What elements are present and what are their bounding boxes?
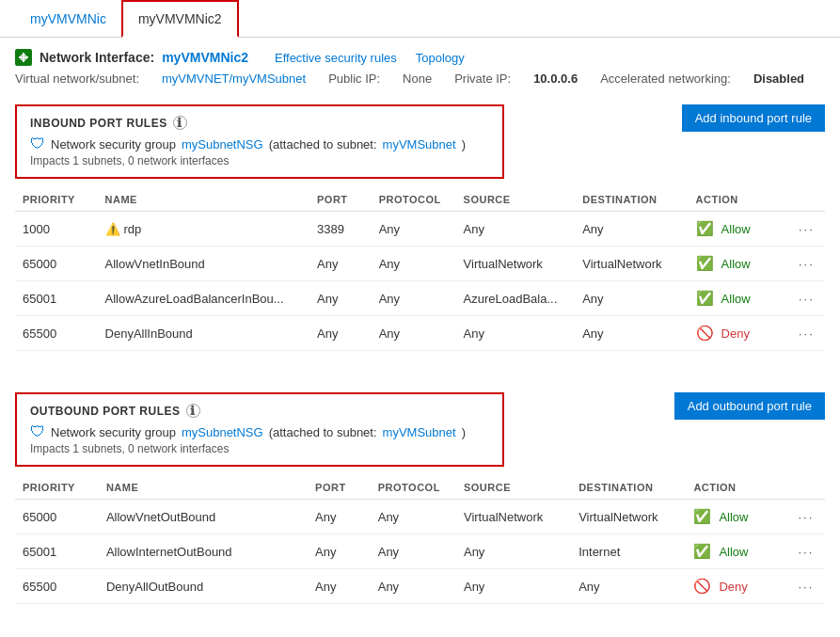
col-priority-header-out: PRIORITY xyxy=(15,474,99,500)
effective-security-rules-link[interactable]: Effective security rules xyxy=(275,51,397,65)
cell-menu[interactable]: ··· xyxy=(791,247,825,281)
table-row[interactable]: 65500 DenyAllOutBound Any Any Any Any 🚫 … xyxy=(15,569,825,604)
tab-nic2[interactable]: myVMVMNic2 xyxy=(121,0,239,38)
cell-source: Any xyxy=(456,534,571,569)
cell-priority: 65001 xyxy=(15,281,98,316)
col-menu-header-out xyxy=(790,474,825,500)
cell-protocol: Any xyxy=(372,316,456,351)
action-label: Allow xyxy=(719,545,748,559)
ni-svg-icon xyxy=(15,49,32,66)
cell-menu[interactable]: ··· xyxy=(791,212,825,247)
allow-icon: ✅ xyxy=(696,290,714,307)
action-label: Deny xyxy=(719,580,747,594)
table-row[interactable]: 65000 AllowVnetInBound Any Any VirtualNe… xyxy=(15,247,825,281)
cell-name: AllowInternetOutBound xyxy=(99,534,308,569)
accelerated-networking-value: Disabled xyxy=(753,72,804,86)
outbound-info-icon[interactable]: ℹ xyxy=(186,404,200,418)
cell-menu[interactable]: ··· xyxy=(790,569,825,604)
inbound-nsg-suffix: (attached to subnet: xyxy=(269,137,377,151)
inbound-section-top: INBOUND PORT RULES ℹ 🛡 Network security … xyxy=(15,104,825,179)
outbound-nsg-suffix: (attached to subnet: xyxy=(269,425,377,439)
inbound-rules-table: PRIORITY NAME PORT PROTOCOL SOURCE DESTI… xyxy=(15,186,825,351)
col-port-header-out: PORT xyxy=(308,474,371,500)
cell-action: ✅ Allow xyxy=(689,281,791,316)
allow-icon: ✅ xyxy=(693,543,711,560)
outbound-section-top: OUTBOUND PORT RULES ℹ 🛡 Network security… xyxy=(15,392,825,467)
action-cell: 🚫 Deny xyxy=(696,325,784,342)
cell-source: Any xyxy=(456,569,571,604)
allow-icon: ✅ xyxy=(696,220,714,237)
cell-menu[interactable]: ··· xyxy=(790,534,825,569)
cell-protocol: Any xyxy=(372,212,456,247)
table-row[interactable]: 65001 AllowInternetOutBound Any Any Any … xyxy=(15,534,825,569)
action-label: Allow xyxy=(721,222,751,236)
col-source-header: SOURCE xyxy=(456,186,576,212)
network-interface-label: Network Interface: xyxy=(40,50,154,65)
outbound-subnet-link[interactable]: myVMSubnet xyxy=(383,425,456,439)
cell-action: ✅ Allow xyxy=(686,534,790,569)
cell-name: ⚠️rdp xyxy=(98,212,310,247)
action-cell: ✅ Allow xyxy=(696,290,784,307)
public-ip-value: None xyxy=(403,72,432,86)
cell-menu[interactable]: ··· xyxy=(791,281,825,316)
inbound-info-icon[interactable]: ℹ xyxy=(173,116,187,130)
cell-menu[interactable]: ··· xyxy=(791,316,825,351)
cell-name: AllowVnetOutBound xyxy=(99,500,308,534)
outbound-rules-table: PRIORITY NAME PORT PROTOCOL SOURCE DESTI… xyxy=(15,474,825,604)
inbound-nsg-link[interactable]: mySubnetNSG xyxy=(182,137,263,151)
cell-priority: 1000 xyxy=(15,212,98,247)
public-ip-label: Public IP: xyxy=(328,72,380,86)
action-cell: ✅ Allow xyxy=(696,255,784,272)
outbound-header-box: OUTBOUND PORT RULES ℹ 🛡 Network security… xyxy=(15,392,504,467)
outbound-nsg-row: 🛡 Network security group mySubnetNSG (at… xyxy=(30,423,489,440)
cell-protocol: Any xyxy=(371,534,456,569)
inbound-subnet-suffix: ) xyxy=(462,137,466,151)
outbound-table-header: PRIORITY NAME PORT PROTOCOL SOURCE DESTI… xyxy=(15,474,825,500)
tab-nic1[interactable]: myVMVMNic xyxy=(15,0,121,37)
inbound-table-body: 1000 ⚠️rdp 3389 Any Any Any ✅ Allow ··· … xyxy=(15,212,825,351)
network-interface-name[interactable]: myVMVMNic2 xyxy=(162,50,248,65)
private-ip-value: 10.0.0.6 xyxy=(533,72,578,86)
table-row[interactable]: 65001 AllowAzureLoadBalancerInBou... Any… xyxy=(15,281,825,316)
cell-protocol: Any xyxy=(371,500,456,534)
outbound-nsg-prefix: Network security group xyxy=(51,425,176,439)
action-label: Allow xyxy=(721,292,751,306)
add-inbound-rule-button[interactable]: Add inbound port rule xyxy=(682,104,825,132)
inbound-subnet-link[interactable]: myVMSubnet xyxy=(383,137,456,151)
cell-destination: Internet xyxy=(571,534,686,569)
cell-action: ✅ Allow xyxy=(686,500,790,534)
col-priority-header: PRIORITY xyxy=(15,186,98,212)
outbound-shield-icon: 🛡 xyxy=(30,423,45,440)
cell-menu[interactable]: ··· xyxy=(790,500,825,534)
cell-name: AllowAzureLoadBalancerInBou... xyxy=(98,281,310,316)
cell-action: 🚫 Deny xyxy=(689,316,791,351)
outbound-table-body: 65000 AllowVnetOutBound Any Any VirtualN… xyxy=(15,500,825,604)
inbound-impacts: Impacts 1 subnets, 0 network interfaces xyxy=(30,154,489,167)
inbound-table-header: PRIORITY NAME PORT PROTOCOL SOURCE DESTI… xyxy=(15,186,825,212)
cell-port: Any xyxy=(308,500,371,534)
cell-port: Any xyxy=(309,316,372,351)
table-row[interactable]: 65000 AllowVnetOutBound Any Any VirtualN… xyxy=(15,500,825,534)
outbound-title-row: OUTBOUND PORT RULES ℹ xyxy=(30,404,489,418)
cell-destination: VirtualNetwork xyxy=(571,500,686,534)
topology-link[interactable]: Topology xyxy=(416,51,465,65)
col-action-header-out: ACTION xyxy=(686,474,790,500)
header-section: Network Interface: myVMVMNic2 Effective … xyxy=(0,38,840,93)
add-outbound-rule-button[interactable]: Add outbound port rule xyxy=(674,392,825,420)
vnet-subnet-value[interactable]: myVMVNET/myVMSubnet xyxy=(162,72,306,86)
cell-priority: 65001 xyxy=(15,534,99,569)
table-row[interactable]: 65500 DenyAllInBound Any Any Any Any 🚫 D… xyxy=(15,316,825,351)
cell-port: Any xyxy=(308,534,371,569)
outbound-nsg-link[interactable]: mySubnetNSG xyxy=(182,425,263,439)
deny-icon: 🚫 xyxy=(696,325,714,342)
action-label: Allow xyxy=(721,257,751,271)
col-protocol-header-out: PROTOCOL xyxy=(371,474,456,500)
cell-priority: 65000 xyxy=(15,247,98,281)
col-port-header: PORT xyxy=(309,186,372,212)
cell-action: 🚫 Deny xyxy=(686,569,790,604)
inbound-section: INBOUND PORT RULES ℹ 🛡 Network security … xyxy=(15,104,825,351)
table-row[interactable]: 1000 ⚠️rdp 3389 Any Any Any ✅ Allow ··· xyxy=(15,212,825,247)
cell-priority: 65500 xyxy=(15,316,98,351)
outbound-subnet-suffix: ) xyxy=(462,425,466,439)
tabs-bar: myVMVMNic myVMVMNic2 xyxy=(0,0,840,38)
